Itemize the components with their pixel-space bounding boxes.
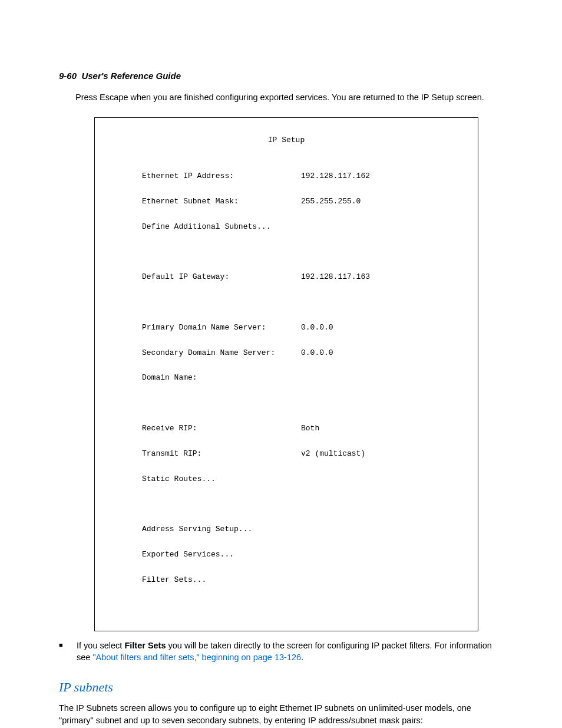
page-header: 9-60 User's Reference Guide [59, 71, 503, 81]
filter-sets-row: Filter Sets... [142, 576, 478, 584]
domain-name-row: Domain Name: [142, 374, 478, 382]
define-subnets-row: Define Additional Subnets... [142, 223, 478, 231]
document-page: 9-60 User's Reference Guide Press Escape… [0, 0, 562, 728]
bullet-filter-sets: ■ If you select Filter Sets you will be … [59, 640, 503, 664]
intro-paragraph: Press Escape when you are finished confi… [75, 91, 503, 103]
exported-services-row: Exported Services... [142, 551, 478, 559]
ip-setup-terminal: IP Setup Ethernet IP Address:192.128.117… [94, 117, 478, 631]
section-heading-ip-subnets: IP subnets [59, 680, 503, 695]
section-paragraph: The IP Subnets screen allows you to conf… [59, 702, 503, 726]
bullet-text: If you select Filter Sets you will be ta… [77, 640, 503, 664]
cross-reference-link[interactable]: "About filters and filter sets," beginni… [92, 653, 301, 662]
secondary-dns-row: Secondary Domain Name Server:0.0.0.0 [142, 349, 478, 357]
terminal-body: Ethernet IP Address:192.128.117.162 Ethe… [142, 155, 478, 601]
guide-title: User's Reference Guide [81, 71, 181, 81]
bullet-square-icon: ■ [59, 640, 77, 664]
eth-mask-row: Ethernet Subnet Mask:255.255.255.0 [142, 197, 478, 206]
gateway-row: Default IP Gateway:192.128.117.163 [142, 273, 478, 281]
terminal-title: IP Setup [95, 136, 478, 144]
static-routes-row: Static Routes... [142, 475, 478, 483]
address-serving-row: Address Serving Setup... [142, 525, 478, 533]
primary-dns-row: Primary Domain Name Server:0.0.0.0 [142, 324, 478, 332]
receive-rip-row: Receive RIP:Both [142, 424, 478, 433]
section-number: 9-60 [59, 71, 77, 81]
transmit-rip-row: Transmit RIP:v2 (multicast) [142, 450, 478, 458]
eth-ip-row: Ethernet IP Address:192.128.117.162 [142, 172, 478, 180]
